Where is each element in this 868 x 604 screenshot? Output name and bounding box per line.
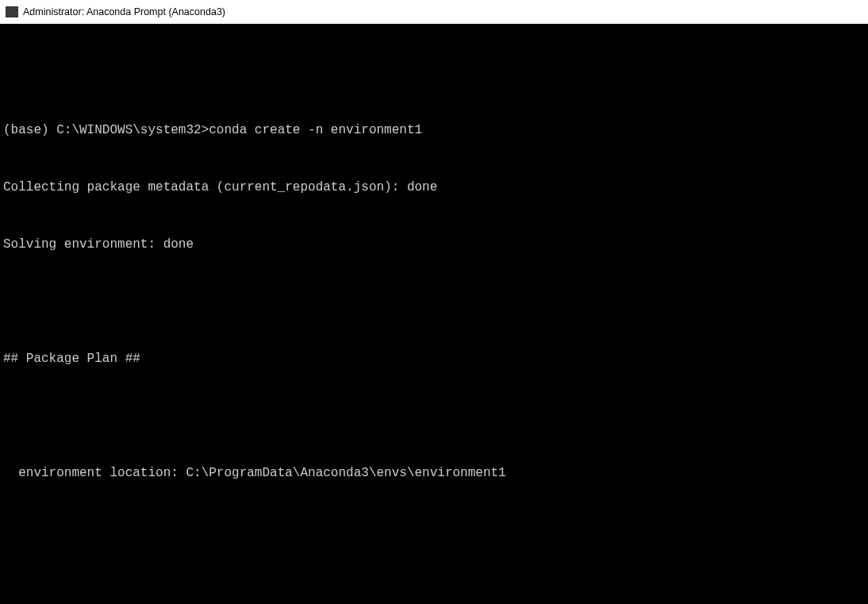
terminal-line: Solving environment: done [3,235,865,254]
window-title: Administrator: Anaconda Prompt (Anaconda… [23,6,225,17]
terminal-line [3,63,865,83]
terminal-line: (base) C:\WINDOWS\system32>conda create … [3,121,865,140]
terminal-content[interactable]: (base) C:\WINDOWS\system32>conda create … [0,24,868,604]
terminal-line [3,292,865,311]
terminal-line [3,406,865,425]
window-titlebar: Administrator: Anaconda Prompt (Anaconda… [0,0,868,24]
terminal-line: Collecting package metadata (current_rep… [3,178,865,197]
terminal-line [3,521,865,540]
terminal-icon [6,6,18,17]
terminal-line: ## Package Plan ## [3,349,865,368]
terminal-line: environment location: C:\ProgramData\Ana… [3,464,865,483]
terminal-line [3,578,865,597]
